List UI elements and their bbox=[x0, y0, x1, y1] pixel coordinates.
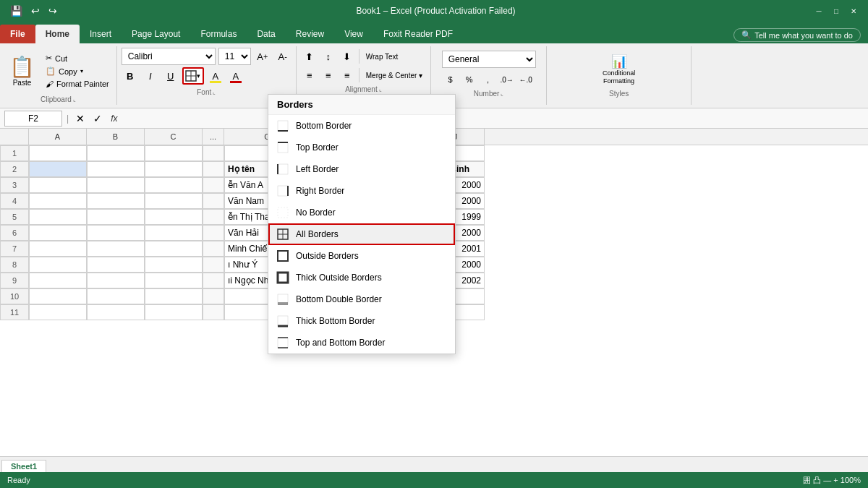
cancel-formula-button[interactable]: ✕ bbox=[73, 110, 88, 127]
font-size-select[interactable]: 11 bbox=[218, 48, 251, 65]
tab-home[interactable]: Home bbox=[35, 25, 80, 43]
cell-a2[interactable] bbox=[29, 161, 87, 177]
paste-button[interactable]: 📋 Paste bbox=[4, 51, 40, 90]
cell-c8[interactable] bbox=[145, 257, 203, 273]
col-header-b[interactable]: B bbox=[87, 129, 145, 145]
italic-button[interactable]: I bbox=[142, 67, 159, 85]
col-header-a[interactable]: A bbox=[29, 129, 87, 145]
tell-me-bar[interactable]: 🔍 Tell me what you want to do bbox=[733, 28, 861, 42]
currency-button[interactable]: $ bbox=[442, 71, 459, 88]
cell-b2[interactable] bbox=[87, 161, 145, 177]
no-border-item[interactable]: No Border bbox=[268, 202, 455, 223]
cell-a7[interactable] bbox=[29, 241, 87, 257]
formula-input[interactable] bbox=[123, 114, 864, 124]
tab-file[interactable]: File bbox=[0, 25, 35, 43]
cell-b7[interactable] bbox=[87, 241, 145, 257]
borders-button[interactable]: ▾ bbox=[182, 67, 204, 85]
maximize-button[interactable]: □ bbox=[829, 4, 843, 18]
alignment-expand-icon[interactable]: ⌞ bbox=[379, 86, 382, 93]
percent-button[interactable]: % bbox=[461, 71, 478, 88]
tab-page-layout[interactable]: Page Layout bbox=[122, 25, 190, 43]
tab-insert[interactable]: Insert bbox=[80, 25, 122, 43]
tab-formulas[interactable]: Formulas bbox=[190, 25, 247, 43]
increase-font-button[interactable]: A+ bbox=[254, 48, 271, 65]
col-header-c[interactable]: C bbox=[145, 129, 203, 145]
right-border-item[interactable]: Right Border bbox=[268, 180, 455, 202]
decrease-font-button[interactable]: A- bbox=[274, 48, 292, 65]
cell-a8[interactable] bbox=[29, 257, 87, 273]
undo-icon[interactable]: ↩ bbox=[28, 4, 43, 18]
cell-c2[interactable] bbox=[145, 161, 203, 177]
cell-a6[interactable] bbox=[29, 225, 87, 241]
fill-color-button[interactable]: A bbox=[207, 67, 224, 85]
underline-button[interactable]: U bbox=[162, 67, 179, 85]
cell-b10[interactable] bbox=[87, 288, 145, 304]
redo-icon[interactable]: ↪ bbox=[46, 4, 60, 18]
cell-c3[interactable] bbox=[145, 177, 203, 193]
cell-b6[interactable] bbox=[87, 225, 145, 241]
font-expand-icon[interactable]: ⌞ bbox=[213, 89, 216, 95]
cell-c7[interactable] bbox=[145, 241, 203, 257]
cell-a9[interactable] bbox=[29, 273, 87, 288]
format-painter-button[interactable]: 🖌 Format Painter bbox=[43, 78, 112, 90]
cut-button[interactable]: ✂ Cut bbox=[43, 52, 112, 64]
outside-borders-item[interactable]: Outside Borders bbox=[268, 245, 455, 267]
conditional-formatting-button[interactable]: 📊 ConditionalFormatting bbox=[597, 51, 641, 88]
align-center-button[interactable]: ≡ bbox=[320, 67, 337, 84]
borders-dropdown-arrow[interactable]: ▾ bbox=[197, 72, 200, 80]
align-middle-button[interactable]: ↕ bbox=[320, 48, 337, 65]
decrease-decimal-button[interactable]: ←.0 bbox=[517, 71, 535, 88]
cell-c11[interactable] bbox=[145, 304, 203, 320]
sheet-tab-sheet1[interactable]: Sheet1 bbox=[1, 460, 46, 472]
tab-view[interactable]: View bbox=[334, 25, 373, 43]
clipboard-expand-icon[interactable]: ⌞ bbox=[73, 96, 76, 103]
cell-a1[interactable] bbox=[29, 145, 87, 161]
cell-a4[interactable] bbox=[29, 193, 87, 209]
cell-b4[interactable] bbox=[87, 193, 145, 209]
font-color-button[interactable]: A bbox=[227, 67, 244, 85]
tab-review[interactable]: Review bbox=[286, 25, 334, 43]
cell-a3[interactable] bbox=[29, 177, 87, 193]
increase-decimal-button[interactable]: .0→ bbox=[498, 71, 516, 88]
cell-c9[interactable] bbox=[145, 273, 203, 288]
cell-c4[interactable] bbox=[145, 193, 203, 209]
copy-button[interactable]: 📋 Copy ▾ bbox=[43, 65, 112, 77]
cell-b5[interactable] bbox=[87, 209, 145, 225]
tab-data[interactable]: Data bbox=[247, 25, 285, 43]
bottom-double-border-item[interactable]: Bottom Double Border bbox=[268, 288, 455, 310]
align-top-button[interactable]: ⬆ bbox=[301, 48, 318, 65]
cell-c1[interactable] bbox=[145, 145, 203, 161]
cell-b3[interactable] bbox=[87, 177, 145, 193]
bottom-border-item[interactable]: Bottom Border bbox=[268, 115, 455, 137]
cell-a10[interactable] bbox=[29, 288, 87, 304]
top-border-item[interactable]: Top Border bbox=[268, 137, 455, 158]
font-name-select[interactable]: Calibri bbox=[122, 48, 216, 65]
cell-c6[interactable] bbox=[145, 225, 203, 241]
cell-b11[interactable] bbox=[87, 304, 145, 320]
confirm-formula-button[interactable]: ✓ bbox=[90, 110, 105, 127]
thick-bottom-border-item[interactable]: Thick Bottom Border bbox=[268, 310, 455, 332]
cell-a11[interactable] bbox=[29, 304, 87, 320]
cell-a5[interactable] bbox=[29, 209, 87, 225]
cell-b1[interactable] bbox=[87, 145, 145, 161]
top-and-bottom-border-item[interactable]: Top and Bottom Border bbox=[268, 332, 455, 354]
thick-outside-borders-item[interactable]: Thick Outside Borders bbox=[268, 267, 455, 288]
all-borders-item[interactable]: All Borders bbox=[268, 223, 455, 245]
align-left-button[interactable]: ≡ bbox=[301, 67, 318, 84]
fx-button[interactable]: fx bbox=[108, 114, 120, 124]
save-icon[interactable]: 💾 bbox=[7, 4, 25, 18]
minimize-button[interactable]: ─ bbox=[812, 4, 826, 18]
cell-b9[interactable] bbox=[87, 273, 145, 288]
cell-c10[interactable] bbox=[145, 288, 203, 304]
cell-c5[interactable] bbox=[145, 209, 203, 225]
tab-foxit[interactable]: Foxit Reader PDF bbox=[373, 25, 463, 43]
align-bottom-button[interactable]: ⬇ bbox=[339, 48, 356, 65]
close-button[interactable]: ✕ bbox=[846, 4, 861, 18]
merge-center-button[interactable]: Merge & Center ▾ bbox=[362, 67, 426, 84]
name-box[interactable]: F2 bbox=[4, 111, 62, 127]
align-right-button[interactable]: ≡ bbox=[339, 67, 356, 84]
left-border-item[interactable]: Left Border bbox=[268, 158, 455, 180]
comma-button[interactable]: , bbox=[480, 71, 497, 88]
bold-button[interactable]: B bbox=[122, 67, 139, 85]
number-expand-icon[interactable]: ⌞ bbox=[501, 90, 503, 97]
